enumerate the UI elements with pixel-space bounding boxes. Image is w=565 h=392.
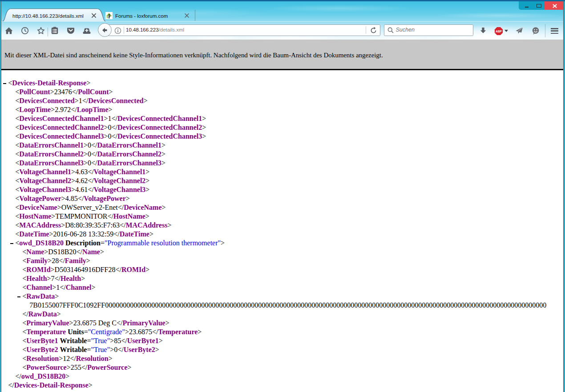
maximize-button[interactable] [537, 4, 541, 8]
xml-markup: > [144, 97, 148, 104]
xml-tag-name: DataErrorsChannel1 [19, 141, 84, 149]
xml-markup: > [145, 177, 149, 184]
xml-markup: < [15, 221, 19, 229]
tab-active-close-icon[interactable] [90, 12, 97, 19]
pocket-icon[interactable] [66, 26, 75, 35]
xml-markup: > [57, 310, 61, 318]
xml-tag-name: DevicesConnectedChannel2 [19, 124, 104, 131]
xml-text: DS18B20 [48, 248, 76, 256]
xml-text: 2.972 [55, 106, 71, 113]
xml-markup: > [50, 88, 54, 96]
xml-markup: > [71, 186, 75, 193]
info-circle-icon[interactable] [114, 27, 121, 34]
xml-line: <DevicesConnectedChannel3>0</DevicesConn… [1, 132, 563, 141]
xml-markup: </ [152, 328, 158, 336]
xml-markup: < [15, 106, 19, 113]
xml-tag-name: Temperature [26, 328, 66, 336]
xml-attr-name: Description [65, 239, 101, 247]
xml-markup: </ [76, 248, 82, 256]
xml-line: <DataErrorsChannel3>0</DataErrorsChannel… [1, 159, 563, 168]
xml-tag-name: VoltagePower [84, 195, 126, 202]
tab-active-label[interactable]: http://10.48.166.223/details.xml [12, 11, 95, 21]
adblock-plus-icon[interactable]: ABP [494, 27, 503, 36]
browser-window: http://10.48.166.223/details.xml Forums … [0, 0, 565, 392]
back-button[interactable] [98, 23, 112, 37]
xml-line: </Devices-Detail-Response> [1, 381, 563, 390]
xml-markup: < [22, 346, 26, 353]
xml-line: <DeviceName>OWServer_v2-Enet</DeviceName… [1, 203, 563, 212]
xml-text: 85 [114, 337, 121, 344]
xml-markup: </ [82, 97, 88, 104]
search-magnifier-icon [387, 27, 394, 34]
xml-tag-name: Channel [26, 284, 52, 291]
url-text[interactable]: 10.48.166.223/details.xml [126, 25, 184, 36]
xml-tag-name: DevicesConnected [19, 97, 74, 104]
xml-tag-name: HostName [113, 212, 145, 220]
bookmark-star-icon[interactable] [36, 26, 45, 35]
xml-line: <Temperature Units="Centigrade">23.6875<… [1, 328, 563, 336]
history-clock-icon[interactable] [20, 26, 29, 35]
xml-tag-name: DataErrorsChannel1 [97, 141, 161, 149]
home-button[interactable] [4, 26, 13, 35]
reload-icon[interactable] [370, 27, 377, 34]
xml-markup: < [22, 257, 26, 264]
tab-forums-label[interactable]: Forums - loxforum.com [115, 11, 178, 21]
collapse-expander[interactable] [17, 296, 20, 297]
smiley-bubble-icon[interactable] [531, 26, 540, 35]
xml-markup: > [84, 150, 88, 158]
xml-line: <Health>7</Health> [1, 274, 563, 283]
xml-text: 0 [108, 124, 112, 131]
xml-tag-name: PowerSource [87, 364, 127, 371]
xml-tag-name: DevicesConnectedChannel1 [117, 115, 202, 122]
xml-tag-name: DataErrorsChannel2 [19, 150, 84, 158]
tab-forums-close-icon[interactable] [183, 12, 190, 19]
download-arrow-icon[interactable] [479, 26, 488, 35]
xml-tag-name: HostName [19, 212, 51, 220]
close-button[interactable] [545, 0, 563, 10]
xml-line: <PowerSource>255</PowerSource> [1, 363, 563, 372]
xml-line: <Devices-Detail-Response> [1, 79, 563, 88]
xml-markup: </ [91, 141, 97, 149]
xml-tag-name: owd_DS18B20 [19, 239, 64, 247]
tab-forums[interactable]: Forums - loxforum.com [104, 7, 198, 21]
add-hat-plus-icon[interactable] [82, 26, 91, 35]
menu-hamburger-icon[interactable] [551, 28, 558, 34]
xml-markup: > [221, 239, 225, 247]
xml-tag-name: Channel [66, 284, 92, 291]
xml-tag-name: Family [26, 257, 48, 264]
xml-markup: < [15, 168, 19, 176]
xml-markup: = [101, 239, 105, 247]
xml-line: <ROMId>D5031464916DFF28</ROMId> [1, 265, 563, 274]
xml-markup: </ [112, 132, 117, 140]
xml-markup: > [89, 381, 93, 389]
xml-markup: < [15, 88, 19, 96]
xml-markup: > [202, 124, 206, 131]
send-paper-plane-icon[interactable] [515, 26, 524, 35]
xml-tag-name: DataErrorsChannel2 [97, 150, 161, 158]
xml-line: <VoltageChannel1>4.63</VoltageChannel1> [1, 168, 563, 176]
reload-separator [366, 26, 366, 34]
xml-attr-value: "Programmable resolution thermometer" [105, 239, 221, 247]
svg-text:ABP: ABP [496, 30, 502, 33]
reading-list-clipboard-icon[interactable] [50, 26, 59, 35]
xml-markup: </ [78, 195, 84, 202]
url-bar[interactable]: 10.48.166.223/details.xml [103, 24, 380, 36]
xml-markup: </ [112, 124, 117, 131]
xml-tag-name: UserByte2 [26, 346, 58, 353]
collapse-expander[interactable] [10, 243, 13, 244]
xml-tag-name: UserByte2 [124, 346, 155, 353]
xml-markup: > [155, 346, 159, 353]
xml-markup: < [15, 150, 19, 158]
minimize-button[interactable] [525, 7, 529, 8]
search-bar[interactable]: Suchen [384, 24, 474, 36]
xml-line: <VoltageChannel2>4.62</VoltageChannel2> [1, 176, 563, 185]
xml-text: OWServer_v2-Enet [61, 204, 118, 211]
collapse-expander[interactable] [3, 83, 6, 84]
xml-line: <VoltageChannel3>4.61</VoltageChannel3> [1, 185, 563, 194]
xml-markup: > [108, 106, 112, 113]
xml-markup: > [59, 355, 63, 362]
xml-line: <DevicesConnected>1</DevicesConnected> [1, 96, 563, 105]
xml-markup: > [161, 159, 165, 167]
abp-dropdown-caret[interactable] [504, 30, 508, 32]
xml-line: <PollCount>23476</PollCount> [1, 88, 563, 96]
